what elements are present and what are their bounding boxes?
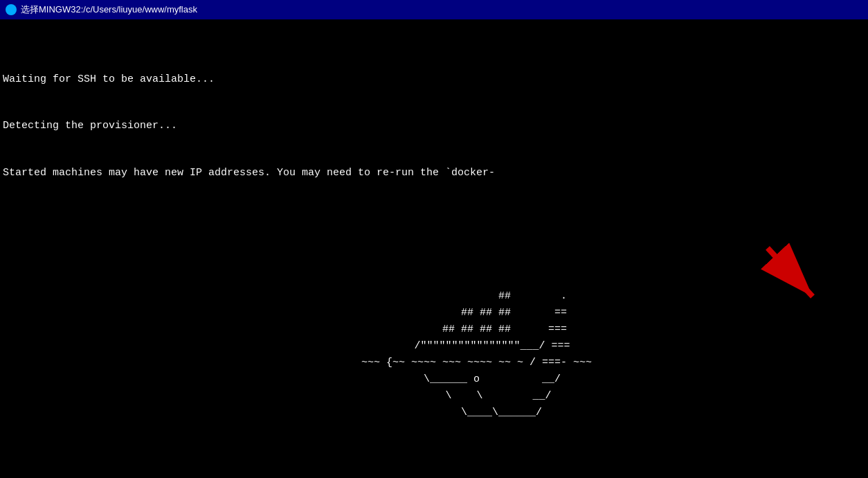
svg-line-1 [768, 248, 813, 296]
title-bar-icon [6, 4, 17, 15]
terminal-line-3: Started machines may have new IP address… [3, 166, 865, 182]
red-arrow-icon [747, 241, 830, 310]
title-bar: 选择MINGW32:/c/Users/liuyue/www/myflask [0, 0, 868, 19]
terminal-line-2: Detecting the provisioner... [3, 118, 865, 134]
terminal-window[interactable]: Waiting for SSH to be available... Detec… [0, 19, 868, 478]
docker-ascii-art: ## . ## ## ## == ## ## ## ## === /""""""… [3, 257, 865, 452]
title-bar-text: 选择MINGW32:/c/Users/liuyue/www/myflask [21, 3, 197, 16]
terminal-line-1: Waiting for SSH to be available... [3, 72, 865, 88]
